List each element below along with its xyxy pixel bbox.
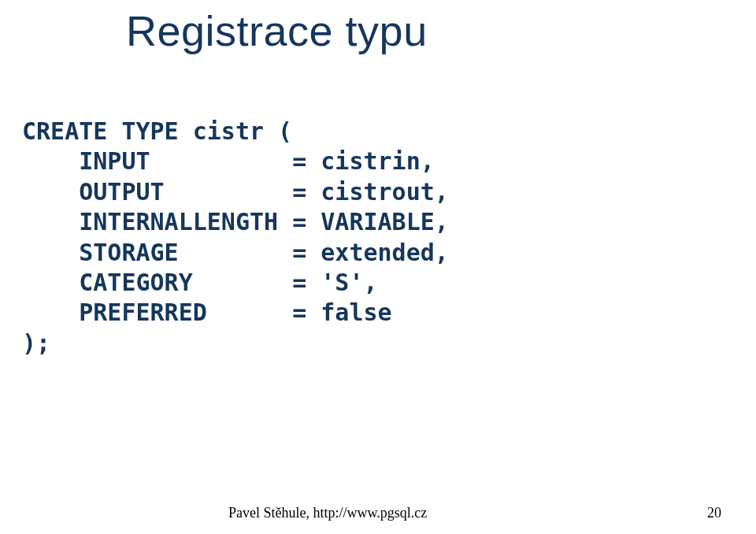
slide: Registrace typu CREATE TYPE cistr ( INPU… [0,0,756,534]
page-number: 20 [707,505,721,521]
slide-title: Registrace typu [126,6,428,55]
footer-author: Pavel Stěhule, http://www.pgsql.cz [228,505,427,521]
code-block: CREATE TYPE cistr ( INPUT = cistrin, OUT… [22,117,449,358]
